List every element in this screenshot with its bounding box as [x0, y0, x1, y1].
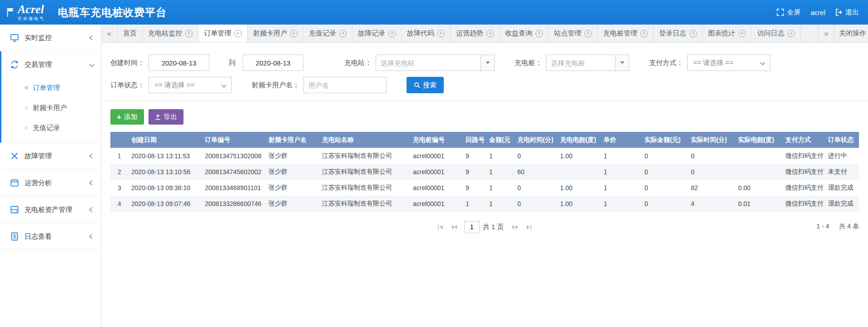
fullscreen-button[interactable]: 全屏 [777, 8, 800, 17]
tab-item[interactable]: 首页 [118, 25, 143, 42]
sidebar-item-transaction-management[interactable]: 交易管理 [1, 51, 101, 78]
sidebar-item-pile-asset-management[interactable]: 充电桩资产管理 [1, 196, 101, 223]
table-cell [557, 164, 601, 180]
scroll-left-icon: « [107, 29, 111, 38]
column-header[interactable]: 回路号 [463, 132, 486, 148]
tab-close-icon[interactable]: × [185, 30, 193, 37]
tab-item-active[interactable]: 订单管理× [198, 25, 248, 42]
tab-item[interactable]: 运营趋势× [451, 25, 500, 42]
tab-close-icon[interactable]: × [536, 30, 543, 37]
tab-close-icon[interactable]: × [234, 30, 242, 37]
tab-close-icon[interactable]: × [388, 30, 396, 37]
logout-button[interactable]: 退出 [835, 8, 859, 17]
sidebar-item-realtime-monitor[interactable]: 实时监控 [1, 25, 101, 51]
station-input[interactable] [376, 55, 481, 70]
tab-close-icon[interactable]: × [585, 30, 592, 37]
payment-select[interactable]: == 请选择 == [687, 55, 770, 71]
orders-table: 创建日期订单编号射频卡用户名充电站名称充电桩编号回路号金额(元充电时间(分)充电… [110, 132, 859, 211]
row-index-cell: 2 [110, 164, 129, 180]
chevron-left-icon [89, 35, 94, 40]
rfid-username-input[interactable] [303, 77, 387, 93]
prev-page-button[interactable] [447, 221, 461, 233]
add-button[interactable]: + 添加 [110, 109, 144, 125]
tab-close-icon[interactable]: × [437, 30, 445, 37]
tab-label: 首页 [123, 29, 137, 38]
column-header[interactable]: 充电时间(分) [515, 132, 557, 148]
sidebar-item-fault-management[interactable]: 故障管理 [1, 143, 101, 169]
tab-item[interactable]: 充电站监控× [143, 25, 198, 42]
tab-item[interactable]: 充电桩管理× [598, 25, 654, 42]
tab-close-icon[interactable]: × [486, 30, 494, 37]
tab-label: 故障代码 [407, 29, 434, 38]
column-header[interactable]: 创建日期 [129, 132, 202, 148]
column-header[interactable]: 订单编号 [202, 132, 266, 148]
tab-close-icon[interactable]: × [689, 30, 697, 37]
sidebar-item-log-view[interactable]: 日志查看 [1, 223, 101, 250]
tab-item[interactable]: 收益查询× [500, 25, 549, 42]
date-to-input[interactable] [243, 55, 303, 71]
sidebar-subitem-rfid-card-users[interactable]: 射频卡用户 [1, 98, 101, 118]
tab-item[interactable]: 站点管理× [549, 25, 598, 42]
tab-close-icon[interactable]: × [640, 30, 648, 37]
pile-input[interactable] [546, 55, 615, 70]
column-header[interactable]: 充电站名称 [319, 132, 410, 148]
table-cell: 9 [463, 164, 486, 180]
first-page-button[interactable] [434, 221, 447, 233]
tab-close-icon[interactable]: × [290, 30, 298, 37]
column-header[interactable]: 实际金额(元) [642, 132, 688, 148]
sidebar-subitem-recharge-records[interactable]: 充值记录 [1, 118, 101, 138]
tab-close-icon[interactable]: × [339, 30, 347, 37]
tab-item[interactable]: 图表统计× [703, 25, 752, 42]
tab-item[interactable]: 射频卡用户× [248, 25, 303, 42]
last-page-button[interactable] [522, 221, 536, 233]
table-row[interactable]: 22020-08-13 13:10:562008134745602002张少群江… [110, 164, 859, 180]
total-count-label: 共 4 条 [839, 222, 859, 230]
column-header[interactable]: 单价 [601, 132, 642, 148]
table-cell: 60 [515, 164, 557, 180]
sidebar-item-operation-analysis[interactable]: 运营分析 [1, 170, 101, 196]
tab-item[interactable]: 访问日志× [752, 25, 801, 42]
pile-dropdown-button[interactable] [615, 55, 629, 70]
tab-label: 充电站监控 [148, 29, 182, 38]
tab-item[interactable]: 故障代码× [402, 25, 451, 42]
tab-close-icon[interactable]: × [788, 30, 795, 37]
table-row[interactable]: 32020-08-13 09:38:102008133468901101张少群江… [110, 180, 859, 196]
table-cell: 微信扫码支付 [783, 196, 825, 211]
column-header[interactable]: 订单状态 [825, 132, 859, 148]
create-time-filter: 创建时间： 到 [110, 55, 303, 71]
table-cell: 江苏安科瑞制造有限公司 [319, 148, 410, 164]
username[interactable]: acrel [810, 9, 825, 16]
column-header[interactable]: 实际时间(分) [688, 132, 735, 148]
export-button-label: 导出 [164, 113, 177, 121]
station-combobox[interactable] [376, 55, 495, 71]
chevron-left-icon [89, 153, 94, 158]
sidebar-item-label: 交易管理 [25, 60, 90, 69]
tabs-scroll-right-button[interactable]: » [818, 25, 834, 42]
table-row[interactable]: 12020-08-13 13:11:532008134751302008张少群江… [110, 148, 859, 164]
column-header[interactable]: 金额(元 [486, 132, 515, 148]
tab-item[interactable]: 登录日志× [654, 25, 703, 42]
column-header[interactable]: 射频卡用户名 [266, 132, 319, 148]
next-page-button[interactable] [508, 221, 522, 233]
pile-combobox[interactable] [546, 55, 629, 71]
page-number-input[interactable] [464, 221, 480, 233]
close-operations-button[interactable]: 关闭操作 [834, 25, 868, 42]
date-from-input[interactable] [149, 55, 209, 71]
search-icon [414, 82, 420, 88]
station-dropdown-button[interactable] [481, 55, 494, 70]
export-button[interactable]: 导出 [149, 109, 184, 125]
column-header[interactable]: 充电桩编号 [410, 132, 463, 148]
tabs-scroll-left-button[interactable]: « [101, 25, 118, 42]
table-row[interactable]: 42020-08-13 09:07:462008133286600746张少群江… [110, 196, 859, 211]
column-header[interactable]: 充电电能(度) [557, 132, 601, 148]
column-header[interactable]: 实际电能(度) [735, 132, 783, 148]
sidebar-subitem-order-management[interactable]: 订单管理 [1, 78, 101, 98]
order-status-select[interactable]: == 请选择 == [149, 77, 232, 93]
tab-close-icon[interactable]: × [739, 30, 746, 37]
tab-item[interactable]: 充值记录× [303, 25, 352, 42]
column-header[interactable]: 支付方式 [783, 132, 825, 148]
search-button[interactable]: 搜索 [407, 77, 444, 93]
sidebar-item-label: 故障管理 [25, 152, 90, 161]
tab-item[interactable]: 故障记录× [352, 25, 402, 42]
logout-icon [835, 9, 843, 16]
